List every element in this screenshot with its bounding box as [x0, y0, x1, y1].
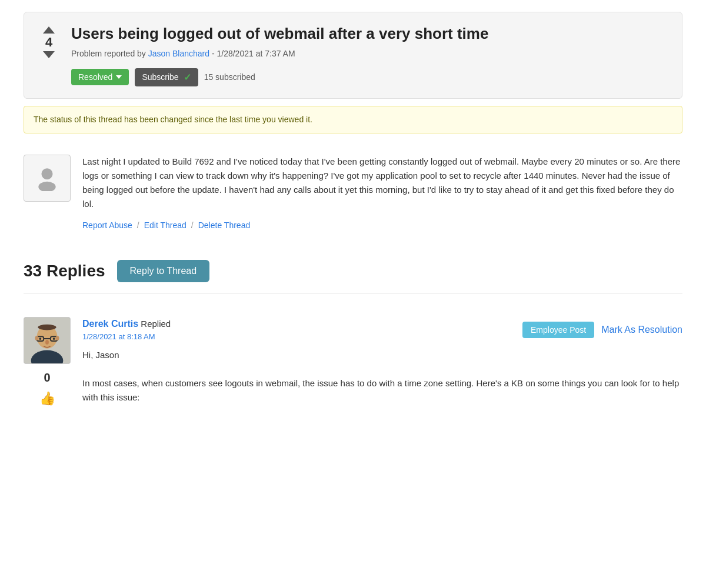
resolved-button[interactable]: Resolved	[71, 69, 129, 85]
vote-count: 4	[45, 35, 52, 50]
reply-item: 0 👍 Derek Curtis Replied 1/28/2021 at 8:…	[24, 308, 682, 417]
thread-meta: Problem reported by Jason Blanchard - 1/…	[71, 48, 668, 60]
reply-vote-count: 0	[44, 369, 50, 386]
vote-section: 4	[38, 24, 59, 58]
employee-post-button[interactable]: Employee Post	[522, 322, 594, 338]
svg-point-13	[45, 340, 49, 345]
derek-avatar-svg	[24, 317, 70, 364]
replies-header: 33 Replies Reply to Thread	[24, 259, 682, 283]
thread-info: Users being logged out of webmail after …	[71, 24, 668, 86]
post-body: Last night I updated to Build 7692 and I…	[82, 155, 682, 232]
svg-point-8	[39, 338, 41, 340]
thread-title: Users being logged out of webmail after …	[71, 24, 668, 44]
reply-text: Hi, Jason In most cases, when customers …	[82, 348, 682, 405]
svg-point-0	[41, 168, 52, 179]
post-text: Last night I updated to Build 7692 and I…	[82, 155, 682, 211]
original-post-avatar	[24, 155, 71, 202]
mark-as-resolution-button[interactable]: Mark As Resolution	[601, 325, 682, 335]
post-links: Report Abuse / Edit Thread / Delete Thre…	[82, 219, 682, 232]
reply-author-link[interactable]: Derek Curtis	[82, 319, 138, 329]
derek-avatar	[24, 317, 71, 364]
subscribed-count: 15 subscribed	[204, 71, 255, 83]
reply-content: Derek Curtis Replied 1/28/2021 at 8:18 A…	[82, 317, 682, 408]
subscribe-button[interactable]: Subscribe ✓	[135, 68, 198, 86]
meta-prefix: Problem reported by	[71, 49, 146, 58]
reply-meta-left: Derek Curtis Replied 1/28/2021 at 8:18 A…	[82, 317, 171, 343]
subscribe-label: Subscribe	[142, 72, 178, 82]
svg-point-9	[53, 338, 55, 340]
meta-date: - 1/28/2021 at 7:37 AM	[212, 49, 295, 58]
reply-body: In most cases, when customers see logout…	[82, 376, 682, 405]
upvote-arrow[interactable]	[43, 26, 55, 34]
report-abuse-link[interactable]: Report Abuse	[82, 219, 132, 232]
downvote-arrow[interactable]	[43, 51, 55, 58]
reply-to-thread-button[interactable]: Reply to Thread	[117, 260, 210, 282]
status-banner-text: The status of this thread has been chang…	[34, 115, 312, 124]
reply-greeting: Hi, Jason	[82, 348, 682, 362]
separator-1: /	[137, 219, 139, 232]
resolved-caret	[116, 75, 122, 79]
svg-point-1	[38, 182, 55, 191]
thread-header: 4 Users being logged out of webmail afte…	[24, 12, 682, 99]
separator-2: /	[191, 219, 194, 232]
author-link[interactable]: Jason Blanchard	[148, 49, 209, 58]
like-button[interactable]: 👍	[39, 389, 55, 408]
replied-word: Replied	[141, 319, 171, 329]
reply-left-col: 0 👍	[24, 317, 71, 408]
replies-divider	[24, 293, 682, 293]
page-wrapper: 4 Users being logged out of webmail afte…	[12, 12, 694, 417]
reply-meta: Derek Curtis Replied 1/28/2021 at 8:18 A…	[82, 317, 682, 343]
svg-point-11	[56, 336, 59, 340]
delete-thread-link[interactable]: Delete Thread	[198, 219, 250, 232]
thread-actions-bar: Resolved Subscribe ✓ 15 subscribed	[71, 68, 668, 86]
reply-date[interactable]: 1/28/2021 at 8:18 AM	[82, 331, 171, 343]
replies-count: 33 Replies	[24, 259, 105, 283]
svg-point-10	[35, 336, 39, 340]
subscribe-check-icon: ✓	[184, 72, 191, 83]
reply-vote-section: 0 👍	[39, 369, 55, 408]
edit-thread-link[interactable]: Edit Thread	[144, 219, 187, 232]
resolved-label: Resolved	[78, 72, 112, 82]
original-post: Last night I updated to Build 7692 and I…	[24, 145, 682, 241]
status-banner: The status of this thread has been chang…	[24, 106, 682, 133]
svg-point-12	[38, 324, 56, 330]
reply-author-line: Derek Curtis Replied	[82, 317, 171, 331]
reply-meta-right: Employee Post Mark As Resolution	[522, 322, 682, 338]
person-icon	[34, 165, 60, 191]
